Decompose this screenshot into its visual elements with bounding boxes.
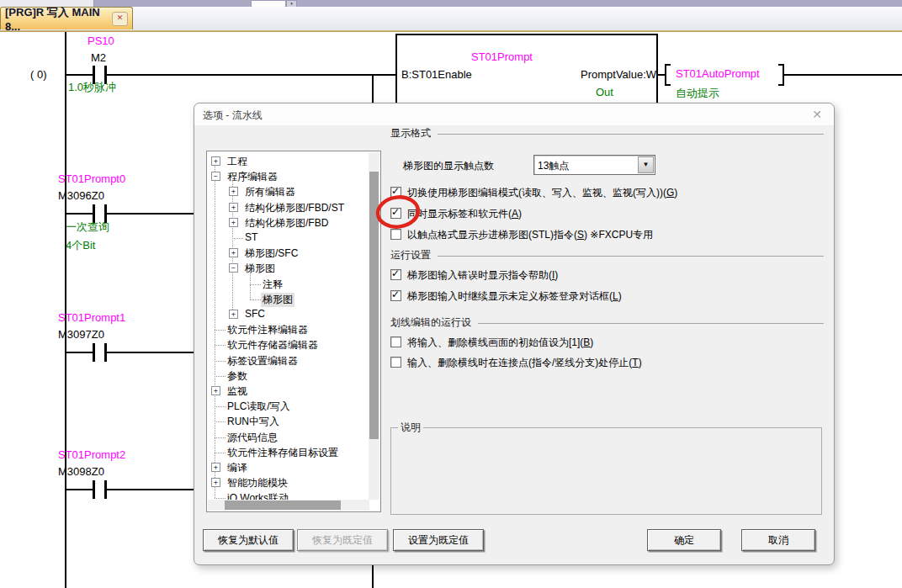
tree-item-label[interactable]: ST — [243, 231, 259, 243]
contact-bar — [104, 343, 107, 362]
tree-connector — [215, 330, 226, 331]
tree-collapse-icon[interactable]: − — [229, 263, 238, 273]
tree-item[interactable]: +SFC — [208, 307, 369, 322]
tree-item-label[interactable]: 软元件注释编辑器 — [226, 323, 310, 337]
tree-connector — [215, 406, 226, 407]
contact-bar — [93, 343, 95, 362]
tree-item[interactable]: 软元件注释编辑器 — [208, 322, 369, 337]
tab-prg-main[interactable]: [PRG]R 写入 MAIN 8... ✕ — [0, 7, 133, 29]
tree-item[interactable]: iQ Works联动 — [208, 490, 369, 500]
tree-item-label[interactable]: 结构化梯形图/FBD/ST — [243, 201, 346, 215]
checkbox-undefined-label-dialog[interactable]: ✓ 梯形图输入时继续显示未定义标签登录对话框(L) — [390, 289, 622, 303]
checkbox-box[interactable]: ✓ — [390, 187, 401, 198]
tree-item[interactable]: +编译 — [208, 460, 369, 475]
restore-default-button[interactable]: 恢复为默认值 — [203, 529, 294, 551]
tree-item-label[interactable]: 程序编辑器 — [226, 170, 279, 184]
tree-item-label[interactable]: 监视 — [226, 384, 249, 399]
tree-item-label[interactable]: 标签设置编辑器 — [226, 354, 300, 368]
tree-item-label[interactable]: RUN中写入 — [226, 415, 281, 429]
tree-collapse-icon[interactable]: − — [211, 172, 220, 181]
tree-item-label[interactable]: 参数 — [226, 369, 249, 384]
tab-close-icon[interactable]: ✕ — [112, 12, 128, 26]
tree-item[interactable]: 软元件注释存储目标设置 — [208, 445, 369, 460]
checkbox-switch-ladder-edit-mode[interactable]: ✓ 切换使用梯形图编辑模式(读取、写入、监视、监视(写入))(G) — [390, 186, 677, 199]
options-dialog: 选项 - 流水线 ✕ +工程−程序编辑器+所有编辑器+结构化梯形图/FBD/ST… — [194, 103, 835, 565]
ladder-wire — [784, 74, 902, 76]
tree-item-label[interactable]: 梯形图 — [243, 262, 277, 276]
tree-item[interactable]: +工程 — [208, 154, 369, 169]
scrollbar-thumb[interactable] — [369, 172, 379, 439]
tree-expand-icon[interactable]: + — [229, 187, 238, 196]
tree-vertical-scrollbar[interactable] — [369, 152, 379, 500]
cancel-button[interactable]: 取消 — [741, 529, 815, 551]
tree-item[interactable]: 源代码信息 — [208, 430, 369, 445]
tree-item-label[interactable]: 源代码信息 — [226, 431, 279, 445]
options-panel: 显示格式 梯形图的显示触点数 13触点 ▼ ✓ 切换使用梯形图编辑模式(读取、写… — [390, 126, 824, 522]
tree-item-label[interactable]: 梯形图 — [261, 293, 294, 307]
tree-item-label[interactable]: 软元件注释存储目标设置 — [226, 446, 340, 460]
checkbox-box[interactable]: ✓ — [390, 357, 401, 368]
tree-expand-icon[interactable]: + — [229, 218, 238, 227]
tree-expand-icon[interactable]: + — [229, 310, 238, 319]
tree-item-label[interactable]: SFC — [243, 308, 267, 320]
checkbox-box[interactable]: ✓ — [390, 290, 401, 301]
tree-expand-icon[interactable]: + — [211, 386, 220, 395]
contact-comment: 1.0秒脉冲 — [68, 80, 116, 95]
combobox-dropdown-button[interactable]: ▼ — [638, 156, 654, 173]
checkbox-show-label-and-device[interactable]: ✓ 同时显示标签和软元件(A) — [390, 207, 522, 220]
checkbox-instruction-help[interactable]: ✓ 梯形图输入错误时显示指令帮助(I) — [390, 268, 558, 282]
checkbox-box[interactable]: ✓ — [390, 208, 401, 219]
dialog-close-icon[interactable]: ✕ — [812, 108, 822, 121]
contact-count-combobox[interactable]: 13触点 ▼ — [533, 155, 655, 175]
section-display-format: 显示格式 — [390, 126, 824, 140]
checkbox-hline-stop-at-connection[interactable]: ✓ 输入、删除横线时在连接点(指令/竖线分支)处停止(T) — [390, 356, 642, 369]
rung-label: ST01Prompt0 — [58, 172, 125, 185]
checkbox-stl-contact-format[interactable]: ✓ 以触点格式显示步进梯形图(STL)指令(S) ※FXCPU专用 — [390, 228, 653, 241]
tree-expand-icon[interactable]: + — [229, 248, 238, 257]
tree-item[interactable]: PLC读取/写入 — [208, 399, 369, 414]
contact-count-label: 梯形图的显示触点数 — [403, 159, 494, 173]
tree-item[interactable]: 参数 — [208, 368, 369, 384]
tree-expand-icon[interactable]: + — [211, 156, 220, 166]
section-line-edit-settings: 划线编辑的运行设 — [390, 315, 824, 330]
check-icon: ✓ — [391, 206, 400, 218]
tree-item-label[interactable]: 梯形图/SFC — [243, 246, 300, 261]
tree-item[interactable]: +智能功能模块 — [208, 475, 369, 490]
tree-expand-icon[interactable]: + — [211, 463, 220, 472]
tree-item-label[interactable]: 编译 — [226, 461, 249, 475]
function-block-output: PromptValue:W — [581, 68, 655, 81]
checkbox-box[interactable]: ✓ — [390, 269, 401, 280]
tree-item-label[interactable]: 智能功能模块 — [226, 476, 289, 490]
tree-connector — [215, 498, 226, 499]
section-header: 运行设置 — [390, 248, 431, 262]
tree-item[interactable]: 软元件存储器编辑器 — [208, 337, 369, 352]
tree-item-label[interactable]: iQ Works联动 — [226, 491, 290, 500]
tree-item-label[interactable]: 结构化梯形图/FBD — [243, 216, 330, 230]
set-preset-button[interactable]: 设置为既定值 — [393, 529, 484, 551]
tab-title: [PRG]R 写入 MAIN 8... — [5, 5, 112, 33]
tree-item-label[interactable]: PLC读取/写入 — [226, 400, 292, 414]
tree-connector — [215, 453, 226, 453]
tree-horizontal-scrollbar[interactable] — [208, 500, 369, 511]
checkbox-hline-initial-value[interactable]: ✓ 将输入、删除横线画面的初始值设为[1](B) — [390, 336, 593, 349]
coil-comment: 自动提示 — [676, 86, 719, 101]
dialog-titlebar[interactable]: 选项 - 流水线 ✕ — [194, 103, 834, 125]
ladder-wire — [66, 489, 93, 490]
tree-item[interactable]: +监视 — [208, 384, 369, 399]
ok-button[interactable]: 确定 — [647, 529, 721, 551]
contact-label: PS10 — [88, 34, 114, 47]
tree-item[interactable]: RUN中写入 — [208, 414, 369, 429]
tree-guide-line — [250, 272, 251, 299]
tree-item-label[interactable]: 工程 — [226, 155, 249, 169]
tree-item-label[interactable]: 注释 — [261, 278, 284, 292]
tree-item-label[interactable]: 所有编辑器 — [243, 185, 297, 199]
tree-guide-line — [232, 180, 233, 311]
tree-item-label[interactable]: 软元件存储器编辑器 — [226, 338, 320, 352]
tree-expand-icon[interactable]: + — [229, 203, 238, 212]
tree-item[interactable]: 标签设置编辑器 — [208, 353, 369, 368]
rung-label: ST01Prompt1 — [58, 311, 125, 324]
checkbox-box[interactable]: ✓ — [390, 229, 401, 240]
checkbox-box[interactable]: ✓ — [390, 336, 401, 347]
tree-expand-icon[interactable]: + — [211, 478, 220, 487]
scrollbar-thumb[interactable] — [225, 501, 341, 510]
